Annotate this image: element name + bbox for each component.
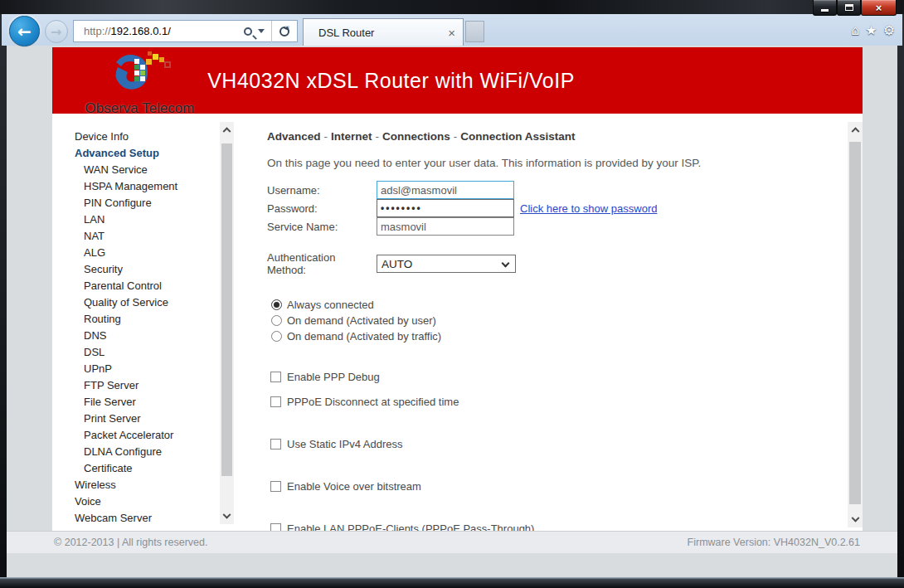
scroll-up-icon[interactable]	[220, 122, 234, 136]
sidebar-item-dsl[interactable]: DSL	[52, 344, 236, 361]
forward-button[interactable]: ←	[45, 20, 68, 43]
page-description: On this page you need to enter your user…	[267, 157, 844, 169]
refresh-icon[interactable]	[279, 27, 289, 36]
sidebar-item-dlna-configure[interactable]: DLNA Configure	[52, 444, 236, 460]
browser-tab[interactable]: DSL Router ×	[303, 18, 464, 46]
checkbox-label: Use Static IPv4 Address	[287, 438, 402, 450]
search-icon[interactable]	[244, 27, 252, 36]
sidebar-item-wan-service[interactable]: WAN Service	[52, 162, 236, 178]
page-header-banner: Observa Telecom VH4032N xDSL Router with…	[52, 47, 863, 114]
auth-method-row: Authentication Method: AUTO	[267, 251, 844, 276]
username-input[interactable]	[377, 181, 514, 199]
divider	[271, 21, 272, 42]
checkbox-label: Enable LAN PPPoE-Clients (PPPoE Pass-Thr…	[287, 522, 534, 532]
auth-method-label: Authentication Method:	[267, 251, 377, 276]
sidebar-item-certificate[interactable]: Certificate	[52, 460, 236, 477]
scroll-down-icon[interactable]	[848, 513, 863, 527]
checkbox[interactable]	[270, 481, 281, 492]
content-scrollbar[interactable]	[848, 122, 863, 527]
scrollbar-thumb[interactable]	[849, 142, 861, 504]
home-icon[interactable]: ⌂	[851, 22, 859, 38]
window-bottom-frame	[0, 577, 904, 588]
back-button[interactable]: ←	[9, 16, 40, 46]
radio-label: Always connected	[287, 299, 374, 311]
close-icon: ×	[876, 1, 882, 15]
minimize-button[interactable]	[813, 0, 837, 16]
checkbox[interactable]	[270, 396, 281, 407]
browser-toolbar: ← ← http://192.168.0.1/ DSL Router × ⌂ ★…	[2, 14, 902, 46]
checkbox-option-row[interactable]: PPPoE Disconnect at specified time	[267, 393, 844, 410]
sidebar-item-wireless[interactable]: Wireless	[52, 477, 236, 493]
sidebar-item-file-server[interactable]: File Server	[52, 394, 236, 411]
service-name-input[interactable]	[377, 217, 514, 236]
sidebar-item-nat[interactable]: NAT	[52, 228, 236, 245]
chevron-down-icon	[502, 260, 510, 268]
auth-method-value: AUTO	[382, 258, 412, 270]
favorites-star-icon[interactable]: ★	[865, 22, 877, 38]
form-field-row: Service Name:	[267, 217, 844, 236]
radio-button[interactable]	[271, 315, 282, 326]
sidebar-item-hspa-management[interactable]: HSPA Management	[52, 178, 236, 195]
sidebar-item-lan[interactable]: LAN	[52, 211, 236, 228]
sidebar-item-routing[interactable]: Routing	[52, 311, 236, 328]
sidebar-scrollbar[interactable]	[220, 122, 234, 524]
checkbox-option-row[interactable]: Use Static IPv4 Address	[267, 435, 844, 452]
tab-title: DSL Router	[318, 27, 374, 39]
breadcrumb-separator: -	[321, 130, 332, 143]
scroll-down-icon[interactable]	[220, 510, 234, 524]
sidebar-item-parental-control[interactable]: Parental Control	[52, 278, 236, 294]
sidebar-item-ftp-server[interactable]: FTP Server	[52, 377, 236, 394]
radio-button[interactable]	[271, 331, 282, 342]
form-field-row: Username:	[267, 181, 844, 199]
page-content: Device InfoAdvanced SetupWAN ServiceHSPA…	[52, 114, 863, 531]
sidebar-item-pin-configure[interactable]: PIN Configure	[52, 195, 236, 211]
sidebar-item-packet-accelerator[interactable]: Packet Accelerator	[52, 427, 236, 444]
checkbox-option-row[interactable]: Enable LAN PPPoE-Clients (PPPoE Pass-Thr…	[267, 520, 844, 531]
sidebar-item-alg[interactable]: ALG	[52, 245, 236, 261]
main-form-area: Advanced-Internet-Connections-Connection…	[267, 114, 844, 531]
new-tab-button[interactable]	[465, 21, 484, 42]
scrollbar-thumb[interactable]	[221, 143, 232, 476]
radio-button[interactable]	[271, 299, 282, 310]
sidebar-item-dns[interactable]: DNS	[52, 328, 236, 344]
page-title: VH4032N xDSL Router with WiFi/VoIP	[52, 69, 730, 93]
address-dropdown-icon[interactable]	[258, 29, 265, 33]
checkbox[interactable]	[270, 439, 281, 450]
credential-fields: Username:Password:Click here to show pas…	[267, 181, 844, 236]
close-button[interactable]: ×	[861, 0, 897, 16]
field-label: Username:	[267, 184, 377, 197]
checkbox-option-row[interactable]: Enable PPP Debug	[267, 368, 844, 385]
page-viewport: Observa Telecom VH4032N xDSL Router with…	[7, 46, 897, 577]
checkbox-option-row[interactable]: Enable Voice over bitstream	[267, 478, 844, 494]
sidebar-item-device-info[interactable]: Device Info	[52, 129, 236, 145]
auth-method-select[interactable]: AUTO	[377, 255, 516, 273]
password-input[interactable]	[377, 199, 514, 217]
radio-option-row[interactable]: Always connected	[267, 297, 844, 313]
breadcrumb: Advanced-Internet-Connections-Connection…	[267, 130, 844, 143]
maximize-icon	[845, 4, 853, 11]
tab-close-icon[interactable]: ×	[448, 27, 455, 39]
breadcrumb-segment: Connection Assistant	[460, 130, 575, 143]
checkbox-label: Enable PPP Debug	[287, 371, 380, 383]
settings-gear-icon[interactable]: ⚙	[883, 22, 895, 38]
router-page: Observa Telecom VH4032N xDSL Router with…	[52, 47, 863, 531]
checkbox[interactable]	[270, 372, 281, 382]
page-footer: © 2012-2013 | All rights reserved. Firmw…	[7, 531, 897, 553]
sidebar-nav: Device InfoAdvanced SetupWAN ServiceHSPA…	[52, 114, 236, 531]
sidebar-item-quality-of-service[interactable]: Quality of Service	[52, 294, 236, 311]
sidebar-item-webcam-server[interactable]: Webcam Server	[52, 510, 236, 527]
sidebar-item-print-server[interactable]: Print Server	[52, 411, 236, 427]
sidebar-item-upnp[interactable]: UPnP	[52, 361, 236, 377]
sidebar-item-security[interactable]: Security	[52, 261, 236, 278]
sidebar-item-voice[interactable]: Voice	[52, 493, 236, 510]
sidebar-item-advanced-setup[interactable]: Advanced Setup	[52, 145, 236, 162]
show-password-link[interactable]: Click here to show password	[520, 202, 657, 215]
checkbox[interactable]	[270, 523, 281, 532]
address-bar[interactable]: http://192.168.0.1/	[73, 20, 298, 42]
maximize-button[interactable]	[837, 0, 861, 16]
scroll-up-icon[interactable]	[848, 122, 863, 136]
copyright-text: © 2012-2013 | All rights reserved.	[7, 537, 207, 548]
field-label: Service Name:	[267, 221, 377, 233]
radio-option-row[interactable]: On demand (Activated by traffic)	[267, 328, 844, 344]
radio-option-row[interactable]: On demand (Activated by user)	[267, 313, 844, 328]
